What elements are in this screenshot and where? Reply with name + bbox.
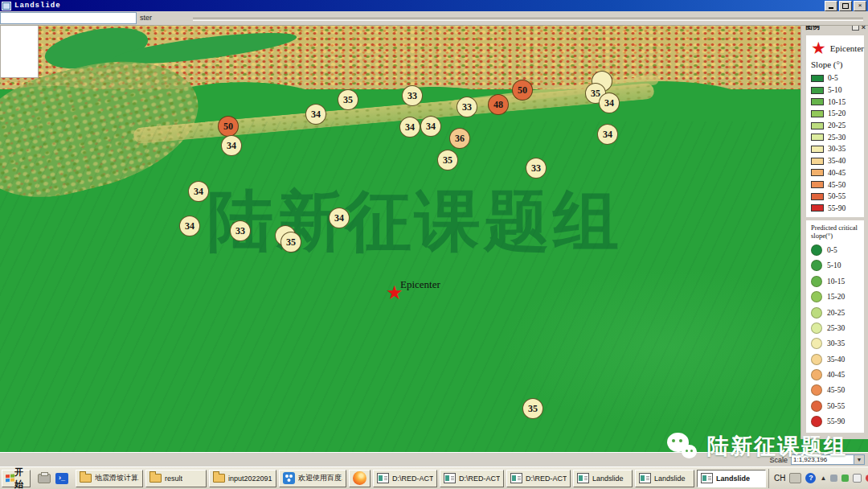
slope-marker[interactable]: 50 (512, 80, 533, 101)
slope-swatch (811, 146, 824, 153)
taskbar-button[interactable]: D:\RED-ACT\... (440, 470, 504, 487)
toolbar-text: ster (140, 14, 152, 22)
baidu-icon (283, 472, 295, 484)
critical-class-row: 45-50 (811, 383, 862, 398)
slope-marker[interactable]: 34 (399, 117, 420, 138)
slope-marker[interactable]: 35 (437, 150, 458, 171)
critical-slope-title: Predicted critical slope(°) (811, 224, 862, 240)
slope-marker[interactable]: 34 (597, 124, 618, 145)
system-tray: CH ? ▲ 8:50 2023/1/30 (768, 469, 868, 488)
printer-icon[interactable] (38, 474, 51, 483)
slope-swatch (811, 87, 824, 94)
critical-class-row: 15-20 (811, 289, 862, 304)
critical-class-label: 0-5 (827, 246, 837, 254)
console-icon (444, 473, 456, 483)
slope-marker[interactable]: 33 (230, 220, 251, 241)
taskbar-button[interactable]: input2022091... (209, 470, 276, 487)
slope-marker[interactable]: 33 (457, 97, 477, 117)
slope-class-label: 5-10 (828, 86, 841, 94)
task-button-strip: 地震滑坡计算...resultinput2022091...欢迎使用百度...D… (76, 470, 766, 487)
slope-marker[interactable]: 34 (420, 116, 441, 137)
slope-class-row: 35-40 (811, 155, 862, 167)
critical-swatch-circle (811, 369, 822, 380)
slope-class-row: 50-55 (811, 191, 862, 203)
slope-marker[interactable]: 33 (402, 85, 423, 106)
tray-app-icon[interactable] (841, 475, 849, 482)
slope-legend-title: Slope (°) (811, 60, 862, 69)
slope-marker[interactable]: 33 (526, 158, 547, 179)
critical-class-row: 35-40 (811, 351, 862, 367)
start-button[interactable]: 开始 (2, 470, 31, 487)
critical-swatch-circle (811, 354, 822, 365)
chevron-up-icon[interactable]: ▲ (820, 475, 826, 482)
restore-button[interactable] (839, 1, 852, 11)
slope-class-list: 0-55-1010-1515-2020-2525-3030-3535-4040-… (811, 72, 862, 214)
taskbar-button[interactable]: Landslide (635, 470, 694, 487)
critical-swatch-circle (811, 260, 822, 271)
critical-class-label: 25-30 (827, 324, 845, 332)
window-title: Landslide (14, 2, 61, 10)
taskbar-button[interactable]: result (145, 470, 207, 487)
tray-app-icon[interactable] (830, 475, 837, 482)
slope-marker[interactable]: 48 (488, 94, 509, 115)
slope-swatch (811, 169, 824, 176)
taskbar-button-label: D:\RED-ACT\... (392, 475, 433, 483)
critical-class-row: 0-5 (811, 242, 862, 257)
slope-marker[interactable]: 34 (221, 135, 242, 156)
ime-indicator[interactable]: CH (774, 474, 785, 483)
light-terrain-patch (498, 266, 836, 427)
slope-swatch (811, 122, 824, 129)
slope-class-label: 20-25 (828, 121, 845, 129)
map-watermark-text: 陆新征课题组 (207, 178, 622, 266)
slope-swatch (811, 110, 824, 117)
taskbar-button-label: 欢迎使用百度... (298, 473, 342, 483)
layer-combobox[interactable] (0, 12, 137, 24)
flag-icon[interactable] (853, 474, 862, 483)
taskbar-button[interactable] (349, 470, 371, 487)
slope-marker[interactable]: 36 (449, 128, 470, 149)
toolbar: ster (0, 11, 868, 26)
slope-class-row: 10-15 (811, 96, 862, 108)
slope-marker[interactable]: 34 (179, 216, 200, 236)
slope-swatch (811, 181, 824, 188)
taskbar-button[interactable]: 欢迎使用百度... (279, 470, 346, 487)
slope-marker[interactable]: 34 (188, 181, 209, 202)
slope-marker[interactable]: 34 (599, 92, 620, 113)
toolbar-divider (193, 18, 863, 21)
critical-swatch-circle (811, 244, 822, 256)
console-icon (577, 473, 589, 483)
slope-marker[interactable]: 35 (338, 89, 358, 110)
taskbar-button[interactable]: 地震滑坡计算... (76, 470, 143, 487)
keyboard-icon[interactable] (789, 473, 801, 483)
slope-class-label: 45-50 (828, 181, 845, 189)
slope-legend-box: ★ Epicenter Slope (°) 0-55-1010-1515-202… (806, 35, 864, 217)
critical-class-label: 50-55 (827, 402, 845, 410)
social-watermark-text: 陆新征课题组 (707, 432, 847, 461)
slope-marker[interactable]: 35 (280, 232, 301, 253)
floating-panel (0, 25, 39, 78)
slope-swatch (811, 75, 824, 82)
map-canvas[interactable]: 陆新征课题组 (0, 25, 868, 452)
critical-class-label: 40-45 (827, 371, 845, 379)
help-icon[interactable]: ? (805, 473, 816, 483)
slope-swatch (811, 158, 824, 165)
taskbar-button-active[interactable]: Landslide (697, 470, 766, 487)
taskbar-button-label: Landslide (592, 475, 624, 483)
slope-marker[interactable]: 34 (329, 208, 350, 228)
minimize-button[interactable] (825, 1, 837, 11)
critical-class-row: 55-90 (811, 414, 862, 429)
taskbar-button[interactable]: D:\RED-ACT\... (506, 470, 571, 487)
critical-slope-legend-box: Predicted critical slope(°) 0-55-1010-15… (806, 220, 864, 433)
slope-marker[interactable]: 50 (218, 116, 239, 137)
taskbar-button[interactable]: Landslide (573, 470, 633, 487)
critical-swatch-circle (811, 276, 822, 287)
slope-marker[interactable]: 34 (305, 104, 326, 125)
powershell-icon[interactable]: ›_ (55, 473, 68, 484)
slope-class-row: 5-10 (811, 84, 862, 97)
taskbar-button-label: Landslide (716, 475, 750, 483)
taskbar-button[interactable]: D:\RED-ACT\... (373, 470, 437, 487)
slope-marker[interactable]: 35 (522, 398, 543, 419)
app-icon (2, 2, 11, 10)
close-button[interactable]: × (854, 1, 866, 11)
taskbar-button-label: D:\RED-ACT\... (526, 475, 567, 483)
